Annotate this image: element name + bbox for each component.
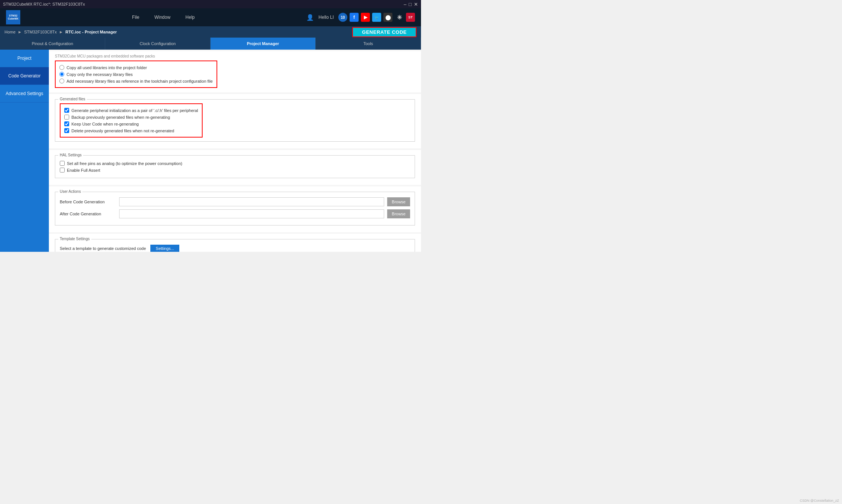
- hal-settings-legend: HAL Settings: [58, 153, 83, 157]
- checkbox-delete-files[interactable]: Delete previously generated files when n…: [64, 128, 198, 133]
- checkbox-generate-peripheral-input[interactable]: [64, 108, 69, 113]
- checkbox-enable-assert[interactable]: Enable Full Assert: [60, 168, 410, 173]
- checkbox-backup-files[interactable]: Backup previously generated files when r…: [64, 115, 198, 120]
- nav-menu: File Window Help: [35, 15, 291, 20]
- logo-box: STM32CubeMX: [6, 10, 20, 24]
- header: STM32CubeMX File Window Help 👤 Hello LI …: [0, 8, 421, 26]
- checkbox-set-free-pins-input[interactable]: [60, 161, 65, 166]
- before-code-browse-button[interactable]: Browse: [387, 197, 410, 206]
- tab-project-manager[interactable]: Project Manager: [210, 38, 316, 50]
- checkbox-delete-files-input[interactable]: [64, 128, 69, 133]
- breadcrumb-home[interactable]: Home: [5, 30, 15, 34]
- checkbox-backup-files-input[interactable]: [64, 115, 69, 120]
- generated-files-checkbox-group: Generate peripheral initialization as a …: [64, 106, 198, 135]
- window-title: STM32CubeMX RTC.ioc*: STM32F103C8Tx: [3, 2, 85, 6]
- checkbox-keep-user-code[interactable]: Keep User Code when re-generating: [64, 121, 198, 126]
- after-code-row: After Code Generation Browse: [60, 209, 410, 218]
- mcu-packages-header: STM32Cube MCU packages and embedded soft…: [55, 54, 415, 58]
- breadcrumb-mcu[interactable]: STM32F103C8Tx: [24, 30, 57, 34]
- sidebar: Project Code Generator Advanced Settings: [0, 50, 49, 252]
- checkbox-enable-assert-input[interactable]: [60, 168, 65, 173]
- user-actions-fieldset: User Actions Before Code Generation Brow…: [55, 192, 415, 226]
- radio-copy-all[interactable]: Copy all used libraries into the project…: [59, 65, 213, 70]
- checkbox-keep-user-code-input[interactable]: [64, 121, 69, 126]
- breadcrumb-current: RTC.ioc - Project Manager: [65, 30, 117, 34]
- twitter-icon[interactable]: 🐦: [372, 13, 381, 22]
- sidebar-item-code-generator[interactable]: Code Generator: [0, 67, 49, 85]
- tab-clock[interactable]: Clock Configuration: [105, 38, 210, 50]
- generated-files-fieldset: Generated files Generate peripheral init…: [55, 99, 415, 142]
- content-area: STM32Cube MCU packages and embedded soft…: [49, 50, 421, 252]
- breadcrumb: Home ► STM32F103C8Tx ► RTC.ioc - Project…: [0, 26, 421, 38]
- template-settings-section: Template Settings Select a template to g…: [49, 234, 421, 252]
- asterisk-icon[interactable]: ✳: [395, 13, 404, 22]
- after-code-browse-button[interactable]: Browse: [387, 209, 410, 218]
- radio-add-reference-input[interactable]: [59, 79, 64, 83]
- after-code-input[interactable]: [119, 209, 384, 218]
- maximize-button[interactable]: □: [409, 2, 412, 7]
- header-right: 👤 Hello LI 10 f ▶ 🐦 ⬤ ✳ ST: [306, 13, 415, 22]
- mcu-package-radio-group: Copy all used libraries into the project…: [59, 64, 213, 85]
- user-label: Hello LI: [318, 15, 334, 20]
- hal-settings-section: HAL Settings Set all free pins as analog…: [49, 150, 421, 185]
- nav-file[interactable]: File: [132, 15, 139, 20]
- hal-checkbox-group: Set all free pins as analog (to optimize…: [60, 159, 410, 174]
- title-bar: STM32CubeMX RTC.ioc*: STM32F103C8Tx – □ …: [0, 0, 421, 8]
- sidebar-item-advanced-settings[interactable]: Advanced Settings: [0, 85, 49, 103]
- generated-files-section: Generated files Generate peripheral init…: [49, 94, 421, 148]
- after-code-label: After Code Generation: [60, 212, 116, 216]
- social-icons: 10 f ▶ 🐦 ⬤ ✳ ST: [338, 13, 415, 22]
- close-button[interactable]: ✕: [414, 2, 418, 7]
- generated-files-legend: Generated files: [58, 97, 87, 101]
- sidebar-item-project[interactable]: Project: [0, 50, 49, 67]
- youtube-icon[interactable]: ▶: [361, 13, 370, 22]
- template-settings-fieldset: Template Settings Select a template to g…: [55, 239, 415, 252]
- checkbox-set-free-pins[interactable]: Set all free pins as analog (to optimize…: [60, 161, 410, 166]
- user-icon: 👤: [306, 14, 314, 21]
- radio-copy-necessary[interactable]: Copy only the necessary library files: [59, 72, 213, 77]
- logo: STM32CubeMX: [6, 10, 20, 24]
- user-actions-legend: User Actions: [58, 189, 82, 194]
- checkbox-generate-peripheral[interactable]: Generate peripheral initialization as a …: [64, 108, 198, 113]
- before-code-label: Before Code Generation: [60, 200, 116, 204]
- window-controls: – □ ✕: [404, 2, 418, 7]
- before-code-input[interactable]: [119, 197, 384, 206]
- user-actions-section: User Actions Before Code Generation Brow…: [49, 186, 421, 232]
- template-settings-legend: Template Settings: [58, 237, 91, 241]
- tab-bar: Pinout & Configuration Clock Configurati…: [0, 38, 421, 50]
- timer-icon: 10: [338, 13, 347, 22]
- main-content: Project Code Generator Advanced Settings…: [0, 50, 421, 252]
- tab-pinout[interactable]: Pinout & Configuration: [0, 38, 105, 50]
- facebook-icon[interactable]: f: [350, 13, 359, 22]
- st-icon[interactable]: ST: [406, 13, 415, 22]
- settings-button[interactable]: Settings...: [150, 245, 179, 252]
- template-label: Select a template to generate customized…: [60, 246, 146, 251]
- template-row: Select a template to generate customized…: [60, 245, 410, 252]
- mcu-packages-section: STM32Cube MCU packages and embedded soft…: [49, 51, 421, 92]
- minimize-button[interactable]: –: [404, 2, 406, 7]
- tab-tools[interactable]: Tools: [316, 38, 421, 50]
- before-code-row: Before Code Generation Browse: [60, 197, 410, 206]
- radio-copy-necessary-input[interactable]: [59, 72, 64, 77]
- hal-settings-fieldset: HAL Settings Set all free pins as analog…: [55, 155, 415, 178]
- github-icon[interactable]: ⬤: [383, 13, 392, 22]
- nav-window[interactable]: Window: [154, 15, 171, 20]
- radio-copy-all-input[interactable]: [59, 65, 64, 70]
- nav-help[interactable]: Help: [185, 15, 195, 20]
- radio-add-reference[interactable]: Add necessary library files as reference…: [59, 79, 213, 83]
- generate-code-button[interactable]: GENERATE CODE: [352, 27, 416, 37]
